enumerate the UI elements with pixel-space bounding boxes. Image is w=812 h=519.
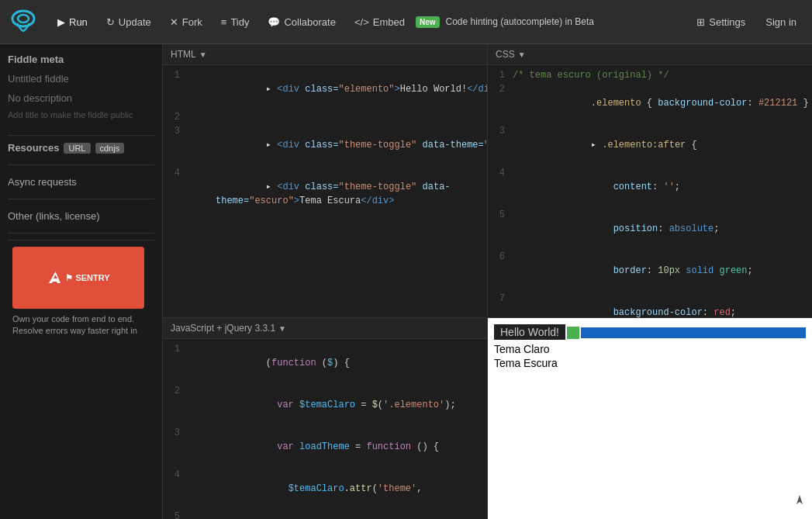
signin-label: Sign in xyxy=(765,16,796,28)
html-label: HTML xyxy=(171,49,196,60)
update-label: Update xyxy=(119,16,151,28)
resources-row: Resources URL cdnjs xyxy=(8,142,154,154)
main-area: Fiddle meta Add title to make the fiddle… xyxy=(0,44,812,519)
beta-text: Code hinting (autocomplete) in Beta xyxy=(446,16,686,27)
css-editor-panel: CSS ▼ 1 /* tema escuro (original) */ 2 .… xyxy=(488,44,812,317)
css-line-2: 2 .elemento { background-color: #212121 … xyxy=(488,82,812,124)
divider-2 xyxy=(8,164,154,165)
result-tema-claro: Tema Claro xyxy=(494,343,806,355)
run-label: Run xyxy=(69,16,88,28)
html-line-4: 4 ▸ <div class="theme-toggle" data- them… xyxy=(163,166,487,222)
cursor-indicator xyxy=(795,493,804,510)
embed-icon: </> xyxy=(354,16,369,28)
sentry-logo-text: ⚑ SENTRY xyxy=(65,273,109,283)
css-line-3: 3 ▸ .elemento:after { xyxy=(488,124,812,166)
result-blue-bar xyxy=(581,327,806,338)
css-dropdown-arrow[interactable]: ▼ xyxy=(518,50,526,59)
collaborate-icon: 💬 xyxy=(268,16,280,28)
html-editor-panel: HTML ▼ 1 ▸ <div class="elemento">Hello W… xyxy=(163,44,488,317)
run-icon: ▶ xyxy=(57,16,65,28)
update-button[interactable]: ↻ Update xyxy=(98,12,159,33)
divider-3 xyxy=(8,199,154,199)
css-editor-header: CSS ▼ xyxy=(488,44,812,65)
css-label: CSS xyxy=(496,49,515,60)
js-line-4: 4 $temaClaro.attr('theme', xyxy=(163,468,487,510)
divider-4 xyxy=(8,233,154,234)
sentry-sub-text: Resolve errors way faster right in xyxy=(12,326,137,335)
nav-right: ⊞ Settings Sign in xyxy=(689,12,806,33)
divider-1 xyxy=(8,135,154,136)
sentry-tagline-text: Own your code from end to end. xyxy=(12,314,134,324)
tidy-icon: ≡ xyxy=(221,16,227,28)
result-content: Hello World! Tema Claro Tema Escura xyxy=(488,318,812,519)
embed-label: Embed xyxy=(373,16,405,28)
html-line-2: 2 xyxy=(163,110,487,124)
sentry-advertisement: ⚑ SENTRY Own your code from end to end. … xyxy=(8,240,154,344)
js-line-3: 3 var loadTheme = function () { xyxy=(163,426,487,468)
fork-icon: ✕ xyxy=(170,16,178,28)
fiddle-hint: Add title to make the fiddle public xyxy=(8,110,154,119)
css-line-5: 5 position: absolute; xyxy=(488,208,812,250)
other-link[interactable]: Other (links, license) xyxy=(8,206,154,227)
async-requests-link[interactable]: Async requests xyxy=(8,171,154,192)
sentry-logo: ⚑ SENTRY xyxy=(47,270,109,285)
collaborate-label: Collaborate xyxy=(284,16,336,28)
html-line-1: 1 ▸ <div class="elemento">Hello World!</… xyxy=(163,68,487,110)
svg-point-0 xyxy=(12,11,34,26)
css-line-6: 6 border: 10px solid green; xyxy=(488,250,812,292)
settings-icon: ⊞ xyxy=(696,16,705,28)
sidebar: Fiddle meta Add title to make the fiddle… xyxy=(0,44,163,519)
fiddle-meta-title: Fiddle meta xyxy=(8,54,154,65)
editors-top-row: HTML ▼ 1 ▸ <div class="elemento">Hello W… xyxy=(163,44,812,317)
js-editor-panel: JavaScript + jQuery 3.3.1 ▼ 1 (function … xyxy=(163,318,488,519)
cdnjs-tag-button[interactable]: cdnjs xyxy=(95,143,125,154)
html-dropdown-arrow[interactable]: ▼ xyxy=(199,50,207,59)
settings-button[interactable]: ⊞ Settings xyxy=(689,12,753,33)
run-button[interactable]: ▶ Run xyxy=(50,12,95,33)
result-panel: Hello World! Tema Claro Tema Escura xyxy=(488,318,812,519)
result-hello-text: Hello World! xyxy=(494,324,565,340)
js-line-1: 1 (function ($) { xyxy=(163,342,487,384)
html-editor-header: HTML ▼ xyxy=(163,44,487,65)
svg-point-1 xyxy=(18,15,29,22)
js-label: JavaScript + jQuery 3.3.1 xyxy=(171,323,275,334)
js-code-area[interactable]: 1 (function ($) { 2 var $temaClaro = $('… xyxy=(163,339,487,519)
js-line-5: 5 localStorage.getItem('theme') || 'defa… xyxy=(163,510,487,519)
url-tag-button[interactable]: URL xyxy=(64,143,90,154)
tidy-label: Tidy xyxy=(230,16,249,28)
editors-bottom-row: JavaScript + jQuery 3.3.1 ▼ 1 (function … xyxy=(163,317,812,519)
fiddle-description-input[interactable] xyxy=(8,91,154,106)
js-dropdown-arrow[interactable]: ▼ xyxy=(278,324,286,333)
js-editor-header: JavaScript + jQuery 3.3.1 ▼ xyxy=(163,318,487,339)
css-line-7: 7 background-color: red; xyxy=(488,292,812,317)
signin-button[interactable]: Sign in xyxy=(756,12,806,33)
fork-label: Fork xyxy=(182,16,202,28)
fiddle-title-input[interactable] xyxy=(8,71,154,86)
collaborate-button[interactable]: 💬 Collaborate xyxy=(260,12,344,33)
logo[interactable] xyxy=(6,5,40,39)
js-line-2: 2 var $temaClaro = $('.elemento'); xyxy=(163,384,487,426)
css-code-area[interactable]: 1 /* tema escuro (original) */ 2 .elemen… xyxy=(488,65,812,317)
fork-button[interactable]: ✕ Fork xyxy=(162,12,210,33)
embed-button[interactable]: </> Embed xyxy=(347,12,413,33)
sentry-tagline: Own your code from end to end. Resolve e… xyxy=(12,313,150,337)
sentry-logo-box[interactable]: ⚑ SENTRY xyxy=(12,247,144,309)
html-code-area[interactable]: 1 ▸ <div class="elemento">Hello World!</… xyxy=(163,65,487,317)
result-tema-escura: Tema Escura xyxy=(494,357,806,369)
result-green-indicator xyxy=(567,327,579,339)
css-line-4: 4 content: ''; xyxy=(488,166,812,208)
beta-badge: New xyxy=(416,16,440,28)
html-line-3: 3 ▸ <div class="theme-toggle" data-theme… xyxy=(163,124,487,166)
update-icon: ↻ xyxy=(106,16,115,28)
settings-label: Settings xyxy=(709,16,745,28)
tidy-button[interactable]: ≡ Tidy xyxy=(213,12,257,33)
editors-area: HTML ▼ 1 ▸ <div class="elemento">Hello W… xyxy=(163,44,812,519)
css-line-1: 1 /* tema escuro (original) */ xyxy=(488,68,812,82)
top-navigation: ▶ Run ↻ Update ✕ Fork ≡ Tidy 💬 Collabora… xyxy=(0,0,812,44)
resources-label: Resources xyxy=(8,142,59,154)
